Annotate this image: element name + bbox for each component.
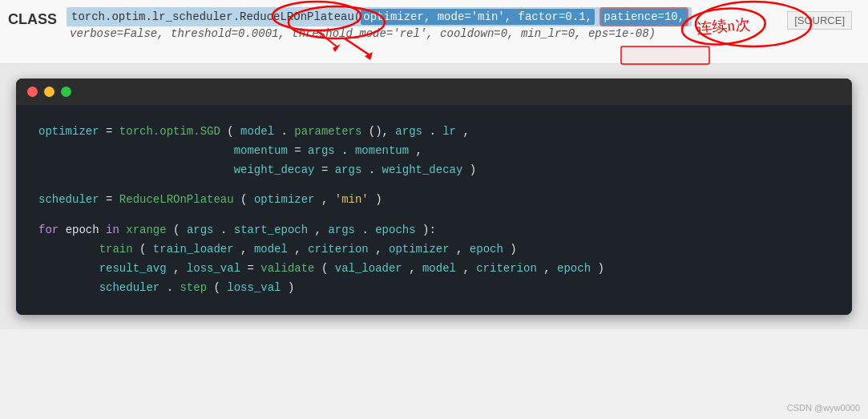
dot-yellow[interactable] — [44, 87, 55, 97]
doc-section: CLASS torch.optim.lr_scheduler.ReduceLRO… — [0, 0, 868, 64]
signature-line: torch.optim.lr_scheduler.ReduceLROnPlate… — [67, 7, 692, 26]
page-wrapper: CLASS torch.optim.lr_scheduler.ReduceLRO… — [0, 0, 868, 419]
svg-marker-2 — [333, 44, 341, 52]
code-line-1: optimizer = torch.optim.SGD ( model . pa… — [38, 123, 830, 142]
class-label: CLASS — [8, 11, 57, 28]
code-line-3: weight_decay = args . weight_decay ) — [38, 161, 830, 180]
doc-content: torch.optim.lr_scheduler.ReduceLROnPlate… — [67, 8, 771, 40]
blank-line-2 — [38, 210, 830, 221]
code-body: optimizer = torch.optim.SGD ( model . pa… — [16, 105, 852, 315]
code-line-6: train ( train_loader , model , criterion… — [38, 240, 830, 260]
code-line-2: momentum = args . momentum , — [38, 142, 830, 161]
sig-part1: torch.optim.lr_scheduler.ReduceLROnPlate… — [71, 10, 361, 23]
code-line-8: scheduler . step ( loss_val ) — [38, 279, 830, 298]
signature: torch.optim.lr_scheduler.ReduceLROnPlate… — [67, 8, 771, 26]
code-line-7: result_avg , loss_val = validate ( val_l… — [38, 260, 830, 279]
code-line-5: for epoch in xrange ( args . start_epoch… — [38, 221, 830, 240]
code-section: optimizer = torch.optim.SGD ( model . pa… — [0, 64, 868, 329]
var-optimizer: optimizer — [38, 125, 99, 138]
source-link[interactable]: [SOURCE] — [787, 11, 852, 30]
terminal-header — [16, 79, 852, 105]
code-terminal: optimizer = torch.optim.SGD ( model . pa… — [16, 79, 852, 315]
dot-green[interactable] — [61, 87, 71, 97]
second-line: verbose=False, threshold=0.0001, thresho… — [67, 27, 771, 40]
watermark: CSDN @wyw0000 — [787, 403, 860, 413]
code-line-4: scheduler = ReduceLROnPlateau ( optimize… — [38, 191, 830, 210]
blank-line-1 — [38, 179, 830, 191]
dot-red[interactable] — [27, 87, 38, 97]
sig-patience: patience=10, — [601, 9, 687, 25]
sig-highlighted: optimizer, mode='min', factor=0.1, — [361, 9, 595, 25]
